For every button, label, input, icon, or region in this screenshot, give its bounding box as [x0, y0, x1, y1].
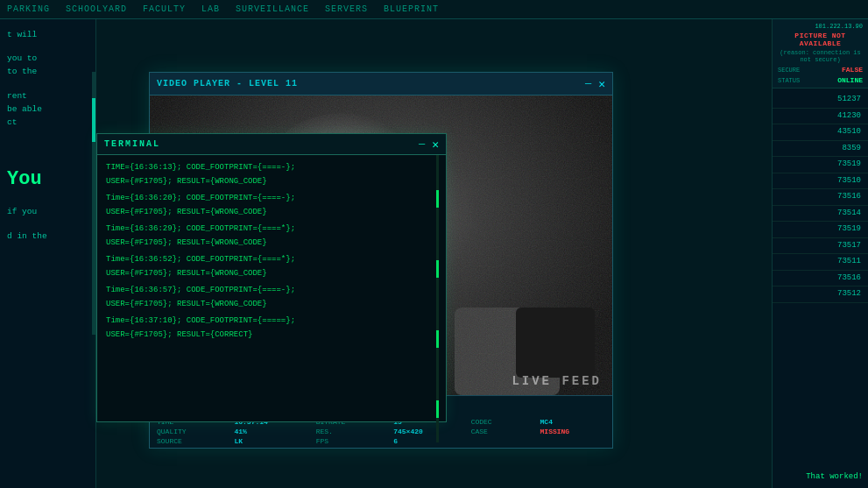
terminal-line-5-1: Time={16:37:10}; CODE_FOOTPRINT={=====};: [106, 315, 437, 328]
left-text-line7: if you: [7, 205, 88, 218]
terminal-line-2-1: Time={16:36:29}; CODE_FOOTPRINT={====*};: [106, 223, 437, 236]
secure-label: SECURE: [778, 67, 800, 74]
right-sidebar: 101.222.13.90 PICTURE NOT AVAILABLE (rea…: [772, 19, 868, 488]
terminal-close-button[interactable]: ✕: [432, 138, 439, 152]
status-value: ONLINE: [837, 76, 863, 84]
stat-case-label: CASE: [471, 428, 528, 435]
live-feed-label: LIVE FEED: [512, 374, 602, 388]
terminal-line-0-2: USER={#F1705}; RESULT={WRONG_CODE}: [106, 176, 437, 188]
stat-codec-label: CODEC: [471, 418, 528, 426]
terminal-entry-4: Time={16:36:57}; CODE_FOOTPRINT={====-};…: [106, 285, 437, 310]
cctv-shape-device: [516, 308, 595, 378]
right-number-10[interactable]: 73511: [773, 254, 868, 271]
terminal-entry-3: Time={16:36:52}; CODE_FOOTPRINT={====*};…: [106, 254, 437, 279]
terminal-entry-5: Time={16:37:10}; CODE_FOOTPRINT={=====};…: [106, 315, 437, 341]
right-number-4[interactable]: 73519: [773, 157, 868, 173]
left-text-line1: t will: [7, 28, 88, 41]
terminal-line-5-2: USER={#F1705}; RESULT={CORRECT}: [106, 329, 437, 342]
terminal-line-2-2: USER={#F1705}; RESULT={WRONG_CODE}: [106, 237, 437, 250]
stat-quality-label: QUALITY: [157, 428, 222, 435]
left-panel: t will you to to the rent be able ct You…: [0, 19, 96, 488]
stat-source-label: SOURCE: [157, 437, 222, 445]
terminal-scroll-segment-4: [436, 400, 439, 418]
right-numbers-list: 51237 41230 43510 8359 73519 73510 73516…: [773, 88, 868, 307]
left-text-line2: you to: [7, 52, 88, 65]
left-text-line3: to the: [7, 65, 88, 78]
terminal-line-1-1: Time={16:36:20}; CODE_FOOTPRINT={====-};: [106, 193, 437, 205]
top-nav: PARKING SCHOOLYARD FACULTY LAB SURVEILLA…: [0, 0, 868, 19]
right-number-9[interactable]: 73517: [773, 238, 868, 255]
terminal-scroll-segment-1: [436, 190, 439, 208]
right-number-5[interactable]: 73510: [773, 173, 868, 190]
terminal-line-3-2: USER={#F1705}; RESULT={WRONG_CODE}: [106, 268, 437, 280]
terminal-line-4-1: Time={16:36:57}; CODE_FOOTPRINT={====-};: [106, 285, 437, 297]
left-scrollbar-thumb: [92, 98, 95, 142]
nav-item-lab[interactable]: LAB: [201, 4, 220, 14]
stat-quality-value: 41%: [234, 428, 303, 435]
left-text-you: You: [7, 164, 88, 194]
left-panel-text: t will you to to the rent be able ct You…: [7, 28, 88, 243]
stat-fps-value: 6: [393, 437, 458, 445]
terminal-scrollbar[interactable]: [436, 155, 439, 421]
terminal-entry-1: Time={16:36:20}; CODE_FOOTPRINT={====-};…: [106, 193, 437, 218]
video-player-close-button[interactable]: ✕: [598, 77, 605, 91]
right-number-8[interactable]: 73519: [773, 222, 868, 238]
stat-case-value: MISSING: [540, 428, 605, 435]
secure-value: FALSE: [842, 66, 863, 74]
left-text-line4: rent: [7, 89, 88, 103]
left-text-line8: d in the: [7, 230, 88, 243]
nav-item-schoolyard[interactable]: SCHOOLYARD: [66, 4, 127, 14]
video-player-controls: — ✕: [585, 77, 605, 91]
stat-fps-label: FPS: [316, 437, 381, 445]
terminal-line-1-2: USER={#F1705}; RESULT={WRONG_CODE}: [106, 207, 437, 219]
right-number-2[interactable]: 43510: [773, 124, 868, 141]
terminal-entry-2: Time={16:36:29}; CODE_FOOTPRINT={====*};…: [106, 223, 437, 249]
status-label: STATUS: [778, 77, 800, 84]
nav-item-blueprint[interactable]: BLUEPRINT: [384, 4, 439, 14]
video-player-minimize-button[interactable]: —: [585, 78, 591, 90]
nav-item-faculty[interactable]: FACULTY: [143, 4, 186, 14]
right-number-0[interactable]: 51237: [773, 92, 868, 109]
terminal-window: TERMINAL — ✕ TIME={16:36:13}; CODE_FOOTP…: [96, 133, 447, 422]
terminal-line-3-1: Time={16:36:52}; CODE_FOOTPRINT={====*};: [106, 254, 437, 266]
terminal-controls: — ✕: [419, 138, 439, 152]
stat-res-label: RES.: [316, 428, 381, 435]
terminal-scroll-segment-2: [436, 260, 439, 278]
terminal-title: TERMINAL: [104, 139, 160, 149]
right-number-1[interactable]: 41230: [773, 109, 868, 125]
main-area: VIDEO PLAYER - LEVEL 11 — ✕ LIVE FEED — …: [96, 19, 772, 488]
video-player-titlebar: VIDEO PLAYER - LEVEL 11 — ✕: [150, 73, 612, 95]
status-row: STATUS ONLINE: [778, 76, 863, 84]
right-sidebar-top: 101.222.13.90 PICTURE NOT AVAILABLE (rea…: [773, 19, 868, 88]
left-text-line6: ct: [7, 116, 88, 129]
picture-not-available-label: PICTURE NOT AVAILABLE: [778, 32, 863, 47]
secure-row: SECURE FALSE: [778, 66, 863, 74]
right-number-3[interactable]: 8359: [773, 141, 868, 158]
nav-item-parking[interactable]: PARKING: [7, 4, 50, 14]
right-number-6[interactable]: 73516: [773, 189, 868, 206]
right-ip: 101.222.13.90: [778, 23, 863, 30]
stat-source-value: LK: [234, 437, 303, 445]
terminal-entry-0: TIME={16:36:13}; CODE_FOOTPRINT={====-};…: [106, 162, 437, 187]
stat-codec-value: MC4: [540, 418, 605, 426]
terminal-titlebar: TERMINAL — ✕: [97, 134, 446, 155]
terminal-body: TIME={16:36:13}; CODE_FOOTPRINT={====-};…: [97, 155, 446, 421]
left-text-line5: be able: [7, 103, 88, 116]
not-secure-reason: (reason: connection is not secure): [778, 49, 863, 63]
video-player-title: VIDEO PLAYER - LEVEL 11: [157, 79, 298, 88]
terminal-line-0-1: TIME={16:36:13}; CODE_FOOTPRINT={====-};: [106, 162, 437, 174]
stat-res-value: 745×420: [393, 428, 458, 435]
right-number-12[interactable]: 73512: [773, 286, 868, 303]
right-number-11[interactable]: 73516: [773, 271, 868, 287]
nav-item-servers[interactable]: SERVERS: [325, 4, 368, 14]
left-scrollbar[interactable]: [92, 72, 95, 335]
terminal-minimize-button[interactable]: —: [419, 138, 425, 151]
right-bottom-message: That worked!: [806, 472, 863, 481]
terminal-scroll-segment-3: [436, 330, 439, 348]
nav-item-surveillance[interactable]: SURVEILLANCE: [236, 4, 309, 14]
right-number-7[interactable]: 73514: [773, 206, 868, 223]
terminal-line-4-2: USER={#F1705}; RESULT={WRONG_CODE}: [106, 299, 437, 311]
